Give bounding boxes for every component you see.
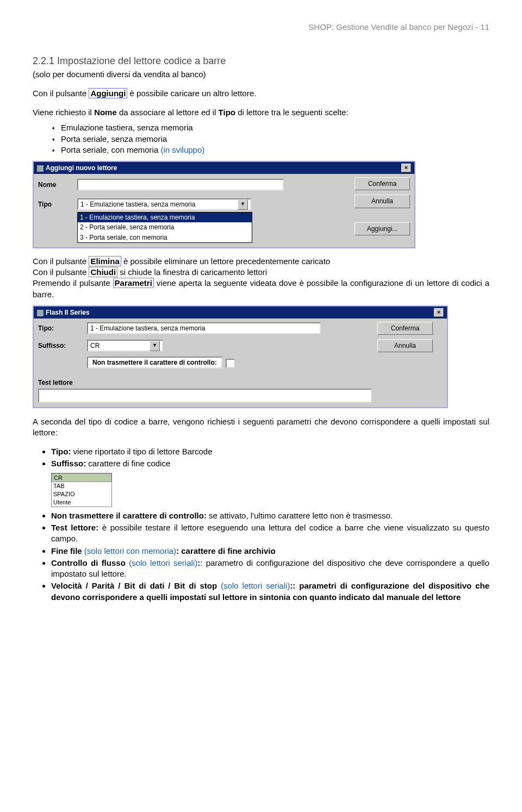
text-bold: Controllo di flusso — [51, 558, 129, 567]
list-item: Non trasmettere il carattere di controll… — [51, 510, 489, 521]
dialog-flash-series: Flash II Series × Tipo: 1 - Emulazione t… — [33, 305, 448, 408]
text: da associare al lettore ed il — [117, 108, 219, 117]
dialog-titlebar: Flash II Series × — [34, 307, 447, 318]
text: viene riportato il tipo di lettore Barco… — [71, 447, 212, 456]
text: si chiude la finestra di caricamento let… — [117, 267, 267, 277]
text: se attivato, l'ultimo carattere letto no… — [207, 511, 393, 520]
aggiungi-button[interactable]: Aggiungi... — [355, 222, 410, 235]
annulla-button[interactable]: Annulla — [355, 195, 410, 208]
app-icon — [37, 310, 44, 316]
label-tipo: Tipo — [38, 200, 77, 209]
text: Porta seriale, con memoria — [61, 145, 160, 154]
close-icon[interactable]: × — [401, 164, 411, 172]
combo-value: 1 - Emulazione tastiera, senza memoria — [80, 200, 195, 209]
note: (solo lettori seriali) — [129, 558, 197, 567]
tipo-combobox[interactable]: 1 - Emulazione tastiera, senza memoria ▼ — [77, 198, 251, 210]
type-options-list: Emulazione tastiera, senza memoria Porta… — [33, 122, 489, 155]
text: di lettore tra le seguenti scelte: — [235, 108, 349, 117]
chiudi-button-ref: Chiudi — [89, 267, 117, 277]
label-nome: Nome — [38, 180, 77, 189]
note: (solo lettori con memoria) — [84, 546, 176, 555]
list-item: Porta seriale, senza memoria — [51, 134, 489, 145]
parametri-button-ref: Parametri — [113, 278, 154, 288]
list-item: Velocità / Parità / Bit di dati / Bit di… — [51, 580, 489, 603]
para-following-params: A seconda del tipo di codice a barre, ve… — [33, 416, 489, 439]
list-item: Test lettore: è possibile testare il let… — [51, 522, 489, 545]
text-bold: Tipo — [219, 108, 235, 117]
suffisso-combobox[interactable]: CR ▼ — [87, 340, 163, 352]
text: è possibile eliminare un lettore precede… — [121, 257, 330, 266]
section-title: 2.2.1 Impostazione del lettore codice a … — [33, 54, 489, 67]
test-lettore-input[interactable] — [38, 389, 372, 403]
text-bold: Non trasmettere il carattere di controll… — [51, 511, 207, 520]
params-list: Tipo: viene riportato il tipo di lettore… — [33, 446, 489, 470]
list-item: Porta seriale, con memoria (in sviluppo) — [51, 145, 489, 155]
text: Con il pulsante — [33, 267, 89, 277]
dropdown-option[interactable]: 3 - Porta seriale, con memoria — [78, 233, 252, 242]
label-suffisso: Suffisso: — [38, 341, 82, 350]
list-item: Controllo di flusso (solo lettori serial… — [51, 558, 489, 580]
dialog-titlebar: Aggiungi nuovo lettore × — [34, 162, 414, 174]
aggiungi-button-ref: Aggiungi — [89, 88, 127, 98]
para-elimina: Con il pulsante Elimina è possibile elim… — [33, 256, 489, 267]
para-aggiungi: Con il pulsante Aggiungi è possibile car… — [33, 88, 489, 99]
suffisso-options-list: CR TAB SPAZIO Utente — [51, 473, 112, 507]
list-option[interactable]: SPAZIO — [52, 490, 111, 498]
text-bold: : carattere di fine archivio — [176, 546, 276, 555]
text-bold: Tipo: — [51, 447, 71, 456]
no-transmit-checkbox[interactable] — [226, 359, 235, 368]
tipo-display[interactable]: 1 - Emulazione tastiera, senza memoria — [87, 322, 321, 334]
para-chiudi: Con il pulsante Chiudi si chiude la fine… — [33, 267, 489, 278]
label-test-lettore: Test lettore — [38, 379, 73, 386]
label-tipo: Tipo: — [38, 324, 82, 333]
list-item: Emulazione tastiera, senza memoria — [51, 122, 489, 133]
text-bold: Suffisso: — [51, 459, 86, 468]
chevron-down-icon[interactable]: ▼ — [238, 199, 248, 210]
conferma-button[interactable]: Conferma — [355, 177, 410, 190]
list-option[interactable]: CR — [52, 473, 111, 483]
para-nome-tipo: Viene richiesto il Nome da associare al … — [33, 107, 489, 118]
annulla-button[interactable]: Annulla — [377, 339, 433, 352]
conferma-button[interactable]: Conferma — [377, 322, 433, 335]
dropdown-option[interactable]: 2 - Porta seriale, senza memoria — [78, 222, 252, 232]
dialog-title: Aggiungi nuovo lettore — [46, 164, 117, 172]
params-list-cont: Non trasmettere il carattere di controll… — [33, 510, 489, 603]
dialog-title: Flash II Series — [46, 309, 90, 316]
combo-value: CR — [90, 341, 100, 350]
text: Con il pulsante — [33, 89, 89, 98]
section-subtitle: (solo per documenti diversi da vendita a… — [33, 69, 489, 80]
dialog-aggiungi-lettore: Aggiungi nuovo lettore × Nome Tipo 1 - E… — [33, 161, 415, 248]
text: carattere di fine codice — [86, 459, 170, 468]
text-bold: Nome — [94, 108, 117, 117]
para-parametri: Premendo il pulsante Parametri viene ape… — [33, 278, 489, 300]
list-item: Fine file (solo lettori con memoria): ca… — [51, 546, 489, 557]
text: è possibile testare il lettore eseguendo… — [51, 523, 489, 543]
nome-input[interactable] — [77, 179, 284, 191]
tipo-dropdown-list: 1 - Emulazione tastiera, senza memoria 2… — [77, 212, 252, 243]
list-option[interactable]: Utente — [52, 498, 111, 507]
text-bold: Fine file — [51, 546, 84, 555]
text: è possibile caricare un altro lettore. — [127, 89, 256, 98]
text: Viene richiesto il — [33, 108, 94, 117]
close-icon[interactable]: × — [434, 308, 444, 317]
list-item: Tipo: viene riportato il tipo di lettore… — [51, 446, 489, 457]
text: Premendo il pulsante — [33, 278, 113, 288]
dropdown-option[interactable]: 1 - Emulazione tastiera, senza memoria — [78, 213, 252, 222]
chevron-down-icon[interactable]: ▼ — [150, 341, 160, 351]
text-bold: Test lettore: — [51, 523, 98, 532]
dev-note: (in sviluppo) — [160, 145, 204, 154]
list-option[interactable]: TAB — [52, 482, 111, 490]
checkbox-label-box: Non trasmettere il carattere di controll… — [87, 357, 222, 368]
text-bold: Velocità / Parità / Bit di dati / Bit di… — [51, 581, 221, 590]
note: (solo lettori seriali) — [221, 581, 290, 590]
elimina-button-ref: Elimina — [89, 256, 121, 266]
list-item: Suffisso: carattere di fine codice — [51, 458, 489, 469]
text: Con il pulsante — [33, 257, 89, 266]
app-icon — [37, 165, 44, 172]
page-header: SHOP: Gestione Vendite al banco per Nego… — [33, 22, 489, 33]
